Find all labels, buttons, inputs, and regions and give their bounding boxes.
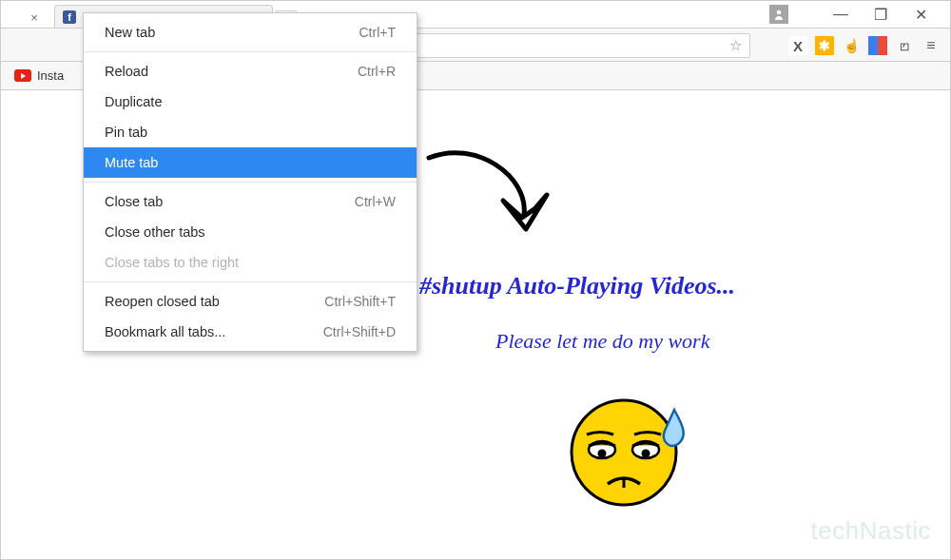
annotation-text-1: #shutup Auto-Playing Videos... [419,272,735,300]
maximize-button[interactable]: ❐ [874,8,887,21]
cast-icon[interactable]: ⏍ [895,36,914,55]
bookmark-item-insta[interactable]: Insta [37,68,64,83]
menu-reopen-closed[interactable]: Reopen closed tab Ctrl+Shift+T [84,286,417,317]
menu-shortcut: Ctrl+T [359,25,397,40]
menu-shortcut: Ctrl+Shift+T [324,294,396,309]
menu-bookmark-all[interactable]: Bookmark all tabs... Ctrl+Shift+D [84,317,417,347]
menu-label: Close tab [105,194,163,209]
menu-label: Mute tab [105,155,158,170]
menu-close-tab[interactable]: Close tab Ctrl+W [84,186,417,217]
svg-point-4 [598,450,607,458]
watermark-text: techNastic [811,516,931,546]
svg-point-0 [777,10,782,15]
menu-label: Bookmark all tabs... [105,324,225,339]
annotation-text-2: Please let me do my work [495,329,709,354]
tab-context-menu: New tab Ctrl+T Reload Ctrl+R Duplicate P… [83,12,417,352]
menu-close-right: Close tabs to the right [84,247,417,278]
menu-label: Reopen closed tab [105,294,220,309]
profile-badge[interactable] [769,5,788,24]
menu-shortcut: Ctrl+R [358,64,396,79]
close-window-button[interactable]: ✕ [914,8,927,21]
frustrated-emoji-icon [562,381,695,514]
bookmark-star-icon[interactable]: ☆ [729,37,742,54]
menu-duplicate[interactable]: Duplicate [84,87,417,117]
facebook-icon: f [63,10,76,24]
menu-label: New tab [105,25,155,40]
menu-label: Reload [105,64,148,79]
extension-touch-icon[interactable]: ☝ [842,36,861,55]
inactive-tab-close[interactable]: × [20,7,49,28]
window-controls: — ❐ ✕ [769,1,950,28]
menu-separator [84,182,417,183]
minimize-button[interactable]: — [834,8,847,21]
svg-point-5 [642,450,650,458]
extension-icons: X ✱ ☝ ⏍ ≡ [788,33,941,58]
menu-label: Duplicate [105,94,162,109]
youtube-icon[interactable] [14,69,31,82]
menu-label: Pin tab [105,125,147,140]
person-icon [773,9,785,20]
menu-mute-tab[interactable]: Mute tab [84,147,417,178]
extension-color-icon[interactable] [868,36,887,55]
menu-separator [84,281,417,282]
chrome-menu-icon[interactable]: ≡ [922,36,941,55]
svg-point-1 [572,400,676,505]
menu-label: Close tabs to the right [105,255,239,270]
menu-new-tab[interactable]: New tab Ctrl+T [84,17,417,48]
annotation-arrow-icon [419,144,572,258]
menu-shortcut: Ctrl+Shift+D [323,324,396,339]
extension-star-icon[interactable]: ✱ [815,36,834,55]
extension-x-icon[interactable]: X [788,36,807,55]
menu-shortcut: Ctrl+W [355,194,396,209]
menu-reload[interactable]: Reload Ctrl+R [84,56,417,87]
menu-close-other[interactable]: Close other tabs [84,217,417,247]
menu-separator [84,51,417,52]
menu-label: Close other tabs [105,224,205,240]
menu-pin-tab[interactable]: Pin tab [84,117,417,147]
